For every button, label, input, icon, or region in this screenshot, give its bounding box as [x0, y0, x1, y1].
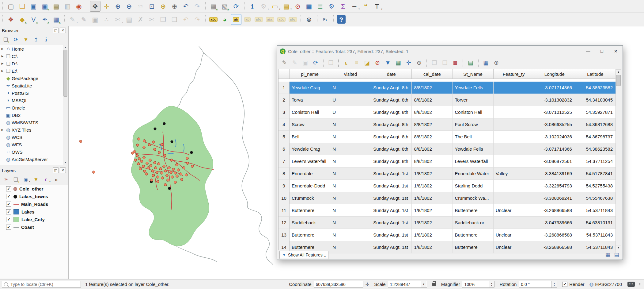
expand-icon[interactable]: ▶ [0, 128, 5, 131]
expand-icon[interactable]: ▶ [0, 69, 5, 72]
identify-features-icon[interactable]: ℹ [247, 1, 258, 12]
add-group-icon[interactable]: ❏+ [11, 175, 20, 184]
column-header-feature-ty[interactable]: Feature_ty [494, 69, 534, 79]
locator-input[interactable] [10, 282, 79, 287]
scroll-up-icon[interactable]: ▲ [63, 45, 68, 50]
table-cell[interactable]: 1/8/1802 [412, 168, 453, 180]
table-cell[interactable]: 54.37711254 [575, 155, 616, 168]
toggle-editing-icon[interactable]: ✎ [279, 58, 289, 68]
lock-scale-icon[interactable] [432, 283, 436, 286]
layer-visibility-checkbox[interactable]: ✓ [6, 186, 11, 191]
table-cell[interactable]: Sunday Augt. 8th [371, 118, 412, 131]
manage-visibility-icon[interactable]: ◉▾ [21, 175, 30, 184]
table-cell[interactable]: -3.102024036 [534, 131, 575, 143]
table-cell[interactable]: U [330, 94, 371, 106]
row-number[interactable]: 8 [278, 168, 290, 180]
table-cell[interactable]: 8/8/1802 [412, 82, 453, 94]
table-cell[interactable]: Buttermere [290, 229, 330, 241]
table-cell[interactable]: -3.071012525 [534, 106, 575, 118]
scale-combo[interactable]: 1:2289487 ▼ [388, 281, 427, 288]
table-cell[interactable] [494, 155, 534, 168]
table-cell[interactable]: -3.268866588 [534, 204, 575, 217]
row-number[interactable]: 11 [278, 204, 290, 217]
open-project-icon[interactable]: ❏ [17, 1, 28, 12]
new-geopackage-layer-icon[interactable]: ◆✳ [17, 14, 28, 25]
table-cell[interactable]: 54.34103045 [575, 94, 616, 106]
add-selected-layers-icon[interactable]: ❏+ [1, 35, 10, 44]
filter-legend-icon[interactable]: ▼ [32, 175, 40, 184]
layer-item-lake-cnty[interactable]: ✓Lake_Cnty [0, 216, 68, 223]
layer-item-coast[interactable]: ✓Coast [0, 223, 68, 231]
pan-map-icon[interactable]: ✥ [90, 1, 100, 12]
messages-icon[interactable]: ••• [627, 282, 635, 287]
table-cell[interactable]: Sunday Augt. 1st [371, 217, 412, 229]
table-cell[interactable]: -3.086872561 [534, 155, 575, 168]
table-cell[interactable] [494, 131, 534, 143]
row-number[interactable]: 13 [278, 229, 290, 241]
layer-labeling-options-icon[interactable]: ab [231, 14, 241, 25]
new-map-view-icon[interactable]: ▦✳ [208, 1, 219, 12]
table-cell[interactable]: 54.63810131 [575, 217, 616, 229]
rotation-spinner[interactable]: ▲▼ [551, 281, 557, 287]
layer-labeling-icon[interactable]: abc [208, 14, 219, 25]
table-cell[interactable]: Yewdale Crag [290, 82, 330, 94]
zoom-in-icon[interactable]: ⊕ [112, 1, 123, 12]
zoom-out-icon[interactable]: ⊖ [124, 1, 134, 12]
table-cell[interactable]: U [330, 106, 371, 118]
table-cell[interactable]: 54.51787841 [575, 168, 616, 180]
new-spatialite-layer-icon[interactable]: ✒✳ [40, 14, 50, 25]
table-cell[interactable]: N [330, 192, 371, 204]
table-cell[interactable]: 8/8/1802 [412, 155, 453, 168]
table-cell[interactable]: Coniston Hall [290, 106, 330, 118]
table-cell[interactable] [494, 82, 534, 94]
table-cell[interactable]: Sunday Augt. 1st [371, 168, 412, 180]
conditional-formatting-icon[interactable]: ▤ [466, 58, 475, 68]
column-header-cal-date[interactable]: cal_date [412, 69, 453, 79]
zoom-to-selection-icon[interactable]: ⊕ [414, 58, 424, 68]
data-source-manager-icon[interactable]: ❖ [6, 14, 16, 25]
collapse-all-icon[interactable]: ↥ [32, 35, 40, 44]
table-cell[interactable]: Sunday Augt. 8th [371, 94, 412, 106]
resize-grip[interactable] [639, 283, 642, 286]
row-number[interactable]: 9 [278, 180, 290, 192]
statistical-summary-abacus-icon[interactable]: ≣ [315, 1, 326, 12]
pan-to-selection-icon[interactable]: ✛ [101, 1, 112, 12]
browser-float-button[interactable]: ◱ [53, 28, 59, 33]
browser-scrollbar[interactable]: ▲ ▼ [63, 45, 68, 165]
select-by-value-icon[interactable]: ▤▾ [281, 1, 292, 12]
table-cell[interactable]: -3.101302832 [534, 94, 575, 106]
table-cell[interactable]: 54.38623582 [575, 143, 616, 155]
layer-visibility-checkbox[interactable]: ✓ [6, 217, 11, 222]
table-cell[interactable]: 1/8/1802 [412, 180, 453, 192]
scale-dropdown-icon[interactable]: ▼ [421, 281, 426, 287]
table-cell[interactable] [494, 118, 534, 131]
measure-icon[interactable]: ━▾ [349, 1, 360, 12]
table-cell[interactable]: Sunday Augt. 1st [371, 180, 412, 192]
table-cell[interactable]: Buttermere [453, 229, 494, 241]
table-cell[interactable]: 54.55467638 [575, 192, 616, 204]
python-console-icon[interactable]: Py [320, 14, 331, 25]
table-cell[interactable]: Coniston Hall [453, 106, 494, 118]
expand-icon[interactable]: ▶ [0, 55, 5, 58]
attribute-window-titlebar[interactable]: Q Cole_other :: Features Total: 237, Fil… [277, 46, 623, 57]
layer-visibility-checkbox[interactable]: ✓ [6, 225, 11, 230]
maximize-button[interactable]: □ [595, 47, 609, 56]
table-cell[interactable]: Ennerdale [290, 168, 330, 180]
table-cell[interactable]: Scrow [290, 118, 330, 131]
browser-item-oracle[interactable]: ▭Oracle [0, 104, 68, 111]
table-cell[interactable]: 54.53711843 [575, 204, 616, 217]
table-cell[interactable]: N [330, 131, 371, 143]
processing-toolbox-icon[interactable]: ⚙ [326, 1, 337, 12]
table-cell[interactable]: Unclear [494, 229, 534, 241]
column-header-longitude[interactable]: Longitude [534, 69, 575, 79]
table-cell[interactable]: Bell [290, 131, 330, 143]
filter-by-expression-icon[interactable]: ε▾ [42, 175, 51, 184]
table-cell[interactable]: The Bell [453, 131, 494, 143]
table-cell[interactable]: Torver [453, 94, 494, 106]
table-cell[interactable]: Buttermere [290, 204, 330, 217]
table-scroll-down-icon[interactable]: ▼ [616, 245, 621, 250]
zoom-full-icon[interactable]: ⊡ [146, 1, 157, 12]
browser-item-c[interactable]: ▶❏C:\ [0, 52, 68, 60]
layers-close-button[interactable]: ✕ [60, 168, 66, 173]
expand-icon[interactable]: ▶ [0, 62, 5, 65]
